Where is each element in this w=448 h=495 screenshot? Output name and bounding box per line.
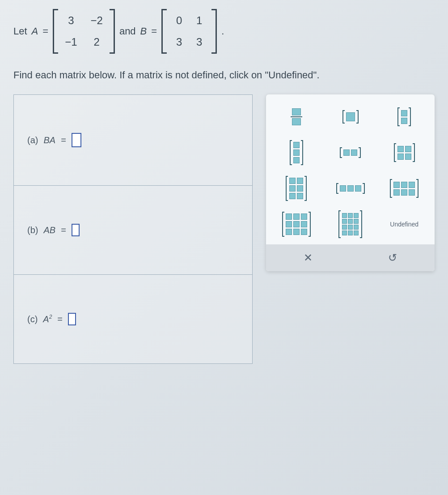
reset-icon: ↺: [388, 252, 397, 264]
part-b-row: (b) AB =: [14, 186, 252, 275]
input-palette: Undefined ✕ ↺: [266, 94, 435, 271]
palette-1x1-matrix[interactable]: [337, 106, 364, 128]
palette-2x1-matrix[interactable]: [391, 106, 418, 128]
part-b-eq: =: [61, 225, 66, 235]
B-cell-12: 1: [194, 14, 205, 27]
palette-1x2-matrix[interactable]: [337, 141, 364, 164]
part-a-input[interactable]: [72, 133, 81, 147]
palette-close-button[interactable]: ✕: [299, 251, 317, 265]
answer-panel: (a) BA = (b) AB = (c) A2 =: [13, 94, 253, 364]
part-c-label: (c): [27, 314, 38, 324]
and-text: and: [119, 26, 136, 37]
palette-reset-button[interactable]: ↺: [384, 251, 402, 265]
part-a-eq: =: [61, 135, 66, 145]
palette-3x2-matrix[interactable]: [283, 177, 310, 200]
equals-a: =: [42, 26, 48, 37]
palette-4x3-matrix[interactable]: [337, 213, 364, 235]
part-a-row: (a) BA =: [14, 95, 252, 186]
let-text: Let: [13, 26, 27, 37]
label-B: B: [140, 26, 147, 37]
B-cell-21: 3: [173, 36, 185, 48]
palette-fraction[interactable]: [283, 106, 310, 128]
part-c-eq: =: [57, 314, 63, 324]
palette-3x1-matrix[interactable]: [283, 141, 310, 164]
matrix-A: 3 −2 −1 2: [53, 9, 115, 54]
equals-b: =: [151, 26, 157, 37]
part-b-label: (b): [27, 225, 38, 235]
matrix-B: 0 1 3 3: [161, 9, 217, 54]
work-area: (a) BA = (b) AB = (c) A2 =: [13, 94, 435, 364]
A-cell-22: 2: [91, 36, 103, 48]
B-cell-11: 0: [173, 14, 185, 27]
part-c-input[interactable]: [68, 313, 76, 325]
A-cell-12: −2: [91, 14, 103, 27]
part-a-expr: BA: [43, 135, 55, 145]
palette-3x3-matrix[interactable]: [283, 213, 310, 235]
palette-2x3-matrix[interactable]: [391, 177, 418, 200]
matrix-definitions: Let A = 3 −2 −1 2 and B = 0 1 3 3 .: [13, 9, 435, 54]
problem-statement: Let A = 3 −2 −1 2 and B = 0 1 3 3 .: [13, 9, 435, 81]
part-c-expr: A2: [43, 314, 52, 324]
A-cell-21: −1: [65, 36, 77, 48]
period: .: [221, 26, 224, 37]
part-a-label: (a): [27, 135, 38, 145]
instruction-text: Find each matrix below. If a matrix is n…: [13, 69, 435, 81]
B-cell-22: 3: [194, 36, 205, 48]
palette-footer: ✕ ↺: [266, 244, 435, 271]
close-icon: ✕: [304, 252, 313, 264]
palette-1x3-matrix[interactable]: [337, 177, 364, 200]
part-c-row: (c) A2 =: [14, 275, 252, 363]
palette-undefined[interactable]: Undefined: [391, 213, 418, 235]
A-cell-11: 3: [65, 14, 77, 27]
part-b-expr: AB: [43, 225, 55, 235]
part-b-input[interactable]: [72, 224, 80, 236]
label-A: A: [32, 26, 38, 37]
palette-2x2-matrix[interactable]: [391, 141, 418, 164]
